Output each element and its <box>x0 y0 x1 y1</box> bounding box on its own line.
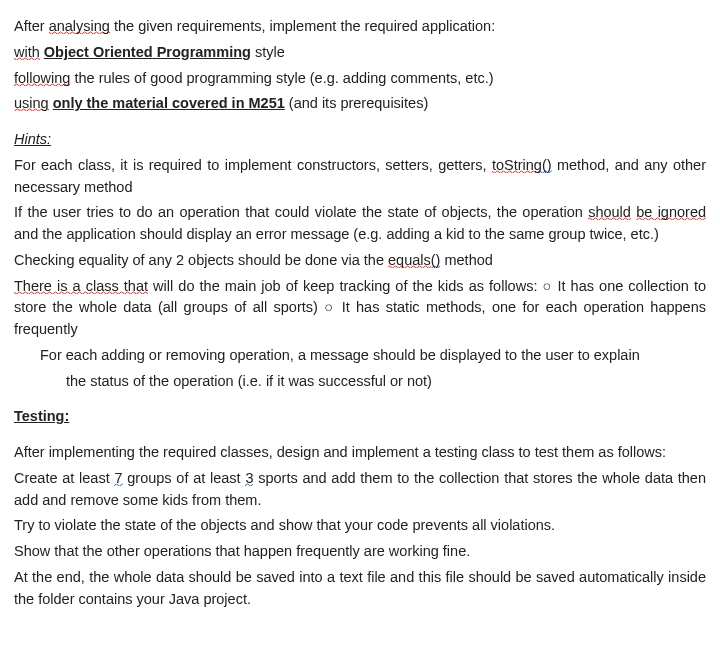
heading-text: Hints: <box>14 131 51 147</box>
testing-heading: Testing: <box>14 406 706 428</box>
text: the rules of good programming style (e.g… <box>70 70 493 86</box>
text: If the user tries to do an operation tha… <box>14 204 588 220</box>
heading-text: Testing: <box>14 408 69 424</box>
text: the status of the operation (i.e. if it … <box>66 373 432 389</box>
testing-p3: Try to violate the state of the objects … <box>14 515 706 537</box>
text: groups of at least <box>123 470 246 486</box>
text-squiggle: toString <box>492 157 542 173</box>
text: Show that the other operations that happ… <box>14 543 470 559</box>
hints-p5: For each adding or removing operation, a… <box>14 345 706 367</box>
bold-underline-text: only the material covered in M251 <box>53 95 285 111</box>
text-squiggle-blue: 3 <box>245 470 253 486</box>
hints-p1: For each class, it is required to implem… <box>14 155 706 199</box>
text: Create at least <box>14 470 114 486</box>
text: and the application should display an er… <box>14 226 659 242</box>
text: For each adding or removing operation, a… <box>40 347 640 363</box>
text-squiggle-blue: () <box>542 157 552 173</box>
text: After <box>14 18 49 34</box>
text-squiggle-blue: 7 <box>114 470 122 486</box>
hints-heading: Hints: <box>14 129 706 151</box>
bold-underline-text: Object Oriented Programming <box>44 44 251 60</box>
text: (and its prerequisites) <box>285 95 428 111</box>
hints-p6: the status of the operation (i.e. if it … <box>14 371 706 393</box>
text: method <box>440 252 492 268</box>
text: Checking equality of any 2 objects shoul… <box>14 252 388 268</box>
text-squiggle: should <box>588 204 631 220</box>
testing-p4: Show that the other operations that happ… <box>14 541 706 563</box>
intro-line-4: using only the material covered in M251 … <box>14 93 706 115</box>
text-squiggle: with <box>14 44 40 60</box>
text: For each class, it is required to implem… <box>14 157 492 173</box>
text-squiggle: following <box>14 70 70 86</box>
text: After implementing the required classes,… <box>14 444 666 460</box>
text: Try to violate the state of the objects … <box>14 517 555 533</box>
testing-p5: At the end, the whole data should be sav… <box>14 567 706 611</box>
text-squiggle: equals <box>388 252 431 268</box>
text: the given requirements, implement the re… <box>110 18 495 34</box>
text-squiggle: There is a class that <box>14 278 148 294</box>
text: style <box>251 44 285 60</box>
intro-line-2: with Object Oriented Programming style <box>14 42 706 64</box>
text-squiggle: be ignored <box>636 204 706 220</box>
text: At the end, the whole data should be sav… <box>14 569 706 607</box>
hints-p3: Checking equality of any 2 objects shoul… <box>14 250 706 272</box>
intro-line-1: After analysing the given requirements, … <box>14 16 706 38</box>
hints-p2: If the user tries to do an operation tha… <box>14 202 706 246</box>
testing-p2: Create at least 7 groups of at least 3 s… <box>14 468 706 512</box>
hints-p4: There is a class that will do the main j… <box>14 276 706 341</box>
text-squiggle-blue: () <box>431 252 441 268</box>
testing-p1: After implementing the required classes,… <box>14 442 706 464</box>
text-squiggle: using <box>14 95 49 111</box>
text-squiggle: analysing <box>49 18 110 34</box>
intro-line-3: following the rules of good programming … <box>14 68 706 90</box>
